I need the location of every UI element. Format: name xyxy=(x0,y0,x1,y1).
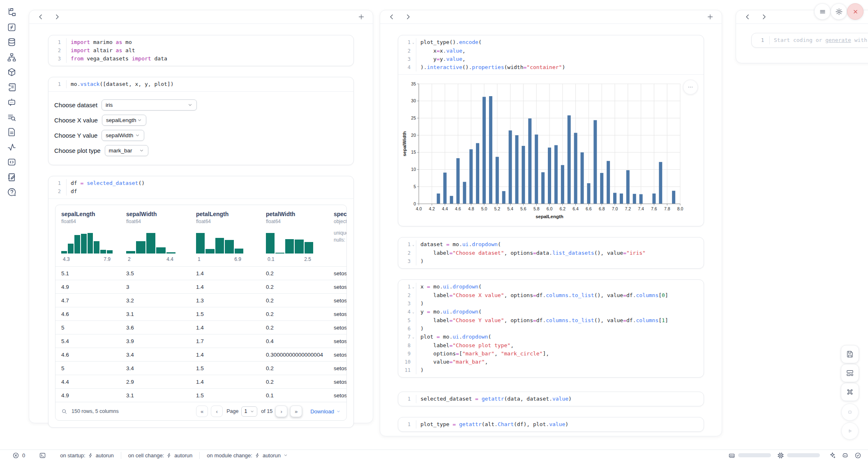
column-header-species[interactable]: speciesobjectunique:nulls: xyxy=(328,211,347,266)
column-header-petalLength[interactable]: petalLengthfloat6416.9 xyxy=(190,211,260,266)
errors-icon[interactable] xyxy=(12,452,19,459)
column-histogram xyxy=(266,230,313,254)
chevron-right-icon[interactable] xyxy=(404,13,412,21)
line-number: 3 xyxy=(401,300,411,308)
stop-button[interactable] xyxy=(841,403,859,421)
logs-icon[interactable] xyxy=(7,113,16,122)
y-value-select[interactable]: sepalWidth xyxy=(102,130,144,141)
help-icon[interactable] xyxy=(7,187,16,197)
package-icon[interactable] xyxy=(7,67,16,77)
table-row: 4.931.40.2setosa xyxy=(55,280,346,293)
form-row: Choose Y valuesepalWidth xyxy=(54,128,348,143)
terminal-icon[interactable] xyxy=(39,452,46,459)
chat-bot-icon[interactable] xyxy=(7,97,16,107)
autorun-config[interactable]: on startup:autorun xyxy=(60,452,114,459)
code-editor[interactable]: 1⌄plot_type().encode(2 x=x.value,3 y=y.v… xyxy=(398,35,704,74)
download-button[interactable]: Download xyxy=(310,408,341,415)
database-icon[interactable] xyxy=(7,37,16,47)
search-icon[interactable] xyxy=(61,408,67,415)
x-value-select[interactable]: sepalLength xyxy=(102,115,146,126)
code-editor[interactable]: 1plot_type = getattr(alt.Chart(df), plot… xyxy=(398,417,704,431)
chevron-left-icon[interactable] xyxy=(37,13,45,21)
column-header-left xyxy=(29,10,373,24)
code-editor[interactable]: 1df = selected_dataset()2df xyxy=(48,176,353,198)
copilot-icon[interactable] xyxy=(842,452,849,459)
layout-button[interactable] xyxy=(841,364,859,382)
plot-type-select[interactable]: mark_bar xyxy=(105,145,148,156)
prev-page-button[interactable]: ‹ xyxy=(211,406,223,417)
fold-chevron-icon[interactable]: ⌄ xyxy=(411,333,416,341)
line-number: 4 xyxy=(401,308,411,316)
play-icon xyxy=(846,427,854,435)
dependency-graph-icon[interactable] xyxy=(7,53,16,62)
dropdown-form-output: Choose datasetirisChoose X valuesepalLen… xyxy=(48,92,353,165)
svg-text:8.0: 8.0 xyxy=(677,206,683,211)
line-number: 2 xyxy=(401,47,411,55)
svg-text:4.0: 4.0 xyxy=(416,206,422,211)
table-row: 4.93.11.50.1setosa xyxy=(55,388,346,402)
documentation-icon[interactable] xyxy=(7,127,16,137)
save-button[interactable] xyxy=(841,345,859,363)
line-number: 8 xyxy=(401,341,411,350)
column-header-sepalWidth[interactable]: sepalWidthfloat6424.4 xyxy=(120,211,190,266)
autorun-config[interactable]: on cell change:autorun xyxy=(128,452,193,459)
code-cell-chart: 1⌄plot_type().encode(2 x=x.value,3 y=y.v… xyxy=(398,35,704,226)
page-select[interactable]: 1 xyxy=(241,406,257,417)
chevron-right-icon[interactable] xyxy=(53,13,61,21)
connection-status-icon[interactable] xyxy=(854,452,861,459)
svg-text:25: 25 xyxy=(411,115,416,120)
scratchpad-icon[interactable] xyxy=(7,173,16,182)
last-page-button[interactable]: » xyxy=(290,406,302,417)
chevron-left-icon[interactable] xyxy=(388,13,396,21)
more-dots-icon xyxy=(687,83,694,91)
code-editor[interactable]: 1⌄x = mo.ui.dropdown(2 label="Choose X v… xyxy=(398,280,704,377)
first-page-button[interactable]: « xyxy=(196,406,208,417)
menu-button[interactable] xyxy=(814,3,831,20)
code-editor[interactable]: 1selected_dataset = getattr(data, datase… xyxy=(398,392,704,406)
status-bar: 0 on startup:autorunon cell change:autor… xyxy=(0,449,868,461)
next-page-button[interactable]: › xyxy=(275,406,287,417)
autorun-config[interactable]: on module change:autorun xyxy=(207,452,288,459)
line-number: 1 xyxy=(401,395,411,403)
column-header-petalWidth[interactable]: petalWidthfloat640.12.5 xyxy=(260,211,328,266)
generate-link[interactable]: generate xyxy=(825,37,851,43)
settings-button[interactable] xyxy=(831,3,847,20)
zap-icon xyxy=(255,453,260,458)
code-editor[interactable]: 1 Start coding or generate with AI xyxy=(752,33,868,47)
dataset-select[interactable]: iris xyxy=(102,99,197,111)
chevron-left-icon[interactable] xyxy=(743,13,752,21)
chart-options-button[interactable] xyxy=(683,80,698,95)
run-all-button[interactable] xyxy=(841,422,859,440)
svg-text:35: 35 xyxy=(411,81,416,86)
add-cell-icon[interactable] xyxy=(357,13,365,21)
add-cell-icon[interactable] xyxy=(706,13,714,21)
fold-chevron-icon[interactable]: ⌄ xyxy=(411,308,416,316)
svg-text:4.4: 4.4 xyxy=(442,206,448,211)
scroll-icon[interactable] xyxy=(7,83,16,92)
line-number: 11 xyxy=(401,366,411,374)
svg-text:15: 15 xyxy=(411,150,416,154)
error-count: 0 xyxy=(22,452,25,459)
ai-sparkles-icon[interactable] xyxy=(829,452,836,459)
fold-chevron-icon[interactable]: ⌄ xyxy=(411,283,416,291)
zap-icon xyxy=(166,453,172,458)
close-icon xyxy=(852,8,859,16)
function-icon[interactable] xyxy=(7,23,16,32)
code-editor[interactable]: 1import marimo as mo2import altair as al… xyxy=(48,35,353,66)
code-editor[interactable]: 1mo.vstack([dataset, x, y, plot]) xyxy=(48,77,353,91)
chevron-down-icon xyxy=(139,148,144,153)
bar-chart[interactable]: 4.04.24.44.64.85.05.25.45.65.86.06.26.46… xyxy=(402,79,704,223)
line-number: 1 xyxy=(51,179,61,187)
code-editor[interactable]: 1⌄dataset = mo.ui.dropdown(2 label="Choo… xyxy=(398,237,704,268)
column-header-sepalLength[interactable]: sepalLengthfloat644.37.9 xyxy=(55,211,120,266)
fold-chevron-icon[interactable]: ⌄ xyxy=(411,240,416,249)
keyboard-shortcuts-button[interactable] xyxy=(841,383,859,401)
close-button[interactable] xyxy=(847,3,863,20)
svg-text:5.0: 5.0 xyxy=(481,206,487,211)
chevron-down-icon xyxy=(336,409,341,414)
snippets-icon[interactable] xyxy=(7,157,16,167)
tracing-icon[interactable] xyxy=(7,143,16,152)
chevron-right-icon[interactable] xyxy=(760,13,768,21)
file-tree-icon[interactable] xyxy=(7,7,16,17)
fold-chevron-icon[interactable]: ⌄ xyxy=(411,38,416,47)
